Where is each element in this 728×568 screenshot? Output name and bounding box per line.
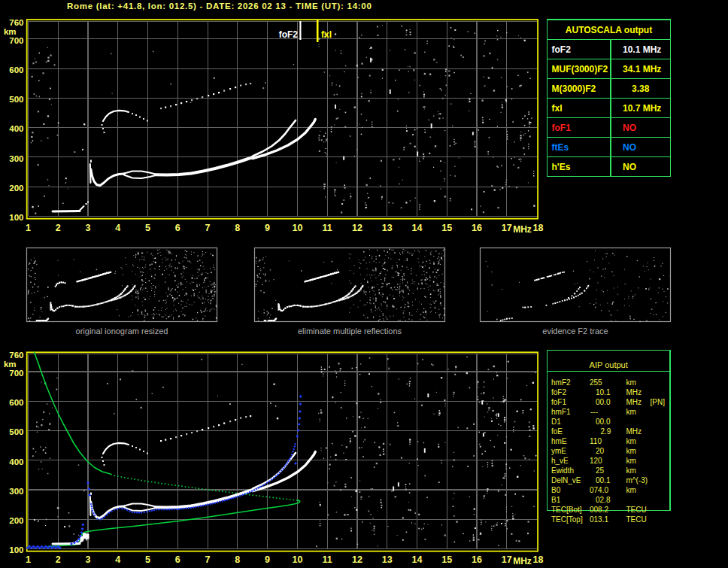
svg-text:9: 9	[265, 554, 270, 565]
svg-text:7: 7	[205, 554, 211, 565]
svg-text:9: 9	[265, 223, 270, 233]
svg-text:5: 5	[145, 223, 150, 233]
svg-text:200: 200	[9, 516, 23, 525]
svg-text:m^(-3): m^(-3)	[626, 476, 648, 484]
svg-text:120: 120	[590, 457, 602, 465]
svg-text:TECU: TECU	[626, 515, 647, 524]
svg-text:400: 400	[9, 124, 23, 133]
svg-text:13: 13	[382, 223, 393, 233]
svg-text:ymE: ymE	[551, 447, 566, 455]
svg-text:14: 14	[411, 554, 422, 565]
svg-text:1: 1	[26, 223, 31, 233]
svg-text:km: km	[4, 27, 17, 36]
svg-text:700: 700	[9, 369, 23, 378]
svg-text:foF2: foF2	[551, 388, 566, 396]
svg-text:13: 13	[382, 554, 393, 565]
svg-text:hmE: hmE	[551, 437, 567, 445]
svg-text:10.1: 10.1	[596, 388, 611, 396]
svg-text:km: km	[626, 457, 636, 465]
svg-text:5: 5	[145, 554, 150, 565]
svg-text:013.1: 013.1	[590, 515, 608, 524]
svg-text:11: 11	[322, 223, 332, 233]
svg-text:3.38: 3.38	[632, 84, 650, 94]
svg-text:00.1: 00.1	[596, 476, 611, 484]
svg-text:fxI: fxI	[321, 29, 332, 40]
svg-text:10.7 MHz: 10.7 MHz	[623, 103, 661, 114]
svg-text:8: 8	[235, 554, 240, 565]
svg-text:00.0: 00.0	[596, 418, 611, 426]
svg-text:3: 3	[86, 223, 91, 233]
svg-text:km: km	[626, 486, 636, 494]
svg-text:760: 760	[9, 18, 23, 27]
svg-text:14: 14	[411, 223, 422, 233]
svg-text:NO: NO	[623, 142, 636, 153]
svg-text:110: 110	[590, 437, 602, 445]
svg-text:MHz: MHz	[626, 398, 642, 406]
svg-text:km: km	[4, 360, 17, 369]
svg-text:8: 8	[235, 223, 240, 233]
svg-text:600: 600	[9, 65, 23, 74]
svg-text:600: 600	[9, 398, 23, 407]
svg-text:fxI: fxI	[552, 103, 563, 114]
svg-text:11: 11	[322, 554, 332, 565]
svg-text:evidence F2 trace: evidence F2 trace	[542, 327, 608, 336]
svg-text:4: 4	[115, 223, 120, 233]
svg-text:700: 700	[9, 36, 23, 45]
svg-text:18: 18	[533, 554, 544, 565]
svg-text:12: 12	[352, 223, 362, 233]
svg-text:MUF(3000)F2: MUF(3000)F2	[552, 64, 608, 74]
svg-text:MHz: MHz	[513, 556, 532, 566]
svg-text:02.8: 02.8	[596, 496, 611, 504]
svg-text:MHz: MHz	[626, 388, 642, 396]
svg-text:6: 6	[175, 554, 180, 565]
svg-text:AIP output: AIP output	[590, 360, 628, 369]
svg-text:500: 500	[9, 95, 23, 104]
svg-text:---: ---	[590, 408, 598, 416]
svg-text:hmF1: hmF1	[551, 408, 571, 416]
svg-text:foE: foE	[551, 427, 563, 436]
svg-text:15: 15	[441, 223, 452, 233]
svg-text:7: 7	[205, 223, 211, 233]
svg-text:MHz: MHz	[626, 427, 642, 436]
svg-text:00.0: 00.0	[596, 398, 611, 406]
svg-text:[PN]: [PN]	[651, 398, 666, 406]
svg-text:10: 10	[292, 223, 302, 233]
svg-text:3: 3	[86, 554, 91, 565]
svg-text:6: 6	[175, 223, 180, 233]
svg-text:255: 255	[590, 378, 602, 387]
svg-text:760: 760	[9, 351, 23, 360]
svg-text:km: km	[626, 408, 636, 416]
svg-text:400: 400	[9, 457, 23, 466]
svg-text:200: 200	[9, 184, 23, 193]
svg-text:16: 16	[472, 223, 482, 233]
svg-text:12: 12	[352, 554, 362, 565]
svg-text:100: 100	[9, 545, 23, 554]
svg-text:km: km	[626, 378, 636, 387]
svg-text:TEC[Top]: TEC[Top]	[551, 515, 583, 524]
svg-text:Ewidth: Ewidth	[551, 466, 574, 475]
svg-text:B0: B0	[551, 486, 561, 494]
svg-text:M(3000)F2: M(3000)F2	[552, 84, 596, 94]
svg-text:10: 10	[292, 554, 302, 565]
svg-text:foF1: foF1	[551, 398, 566, 406]
svg-text:km: km	[626, 466, 636, 475]
svg-text:10.1 MHz: 10.1 MHz	[623, 44, 661, 55]
svg-text:DelN_vE: DelN_vE	[551, 476, 581, 484]
svg-text:TECU: TECU	[626, 506, 647, 514]
svg-text:NO: NO	[623, 162, 636, 172]
svg-text:25: 25	[596, 466, 605, 475]
svg-text:ftEs: ftEs	[552, 142, 569, 153]
svg-text:17: 17	[502, 223, 512, 233]
svg-text:16: 16	[472, 554, 482, 565]
svg-text:100: 100	[9, 213, 23, 222]
svg-text:Rome (lat: +41.8, lon: 012.5): Rome (lat: +41.8, lon: 012.5) - DATE: 20…	[67, 2, 372, 11]
svg-text:008.2: 008.2	[590, 506, 608, 514]
svg-text:km: km	[626, 437, 636, 445]
svg-text:h'Es: h'Es	[552, 162, 571, 172]
svg-text:B1: B1	[551, 496, 561, 504]
svg-text:foF1: foF1	[552, 123, 572, 133]
svg-text:D1: D1	[551, 418, 561, 426]
svg-text:eliminate multiple reflections: eliminate multiple reflections	[298, 327, 402, 336]
svg-text:20: 20	[596, 447, 605, 455]
svg-text:hmF2: hmF2	[551, 378, 571, 387]
